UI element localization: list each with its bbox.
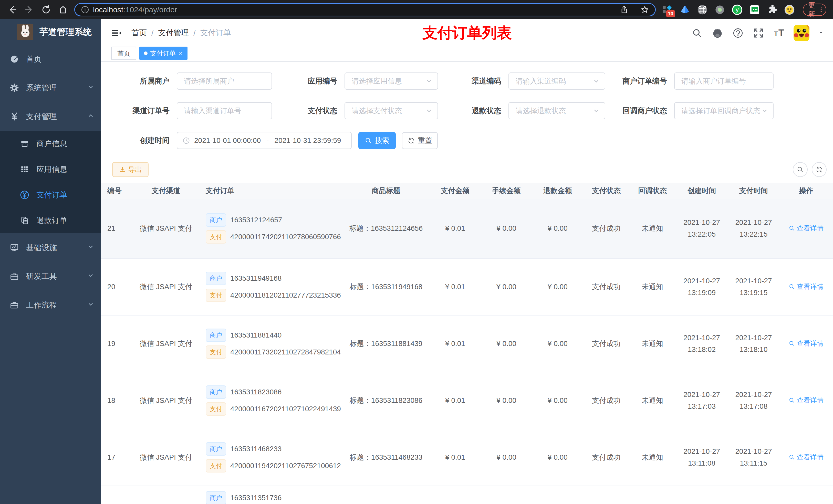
pay-status-select[interactable]: 请选择支付状态 — [344, 102, 438, 119]
chevron-down-icon — [593, 107, 600, 114]
channel-order-no-input[interactable] — [177, 102, 272, 119]
search-button[interactable]: 搜索 — [358, 132, 396, 149]
help-icon[interactable] — [732, 27, 744, 39]
ext-puzzle-icon[interactable] — [766, 4, 778, 15]
extensions-area: 10 y 更新 — [662, 4, 826, 16]
app-select[interactable]: 请选择应用信息 — [344, 72, 438, 90]
url-text: localhost:1024/pay/order — [93, 5, 177, 14]
fullscreen-icon[interactable] — [753, 27, 764, 39]
merchant-label: 所属商户 — [101, 76, 177, 86]
channel-code-label: 渠道编码 — [438, 76, 508, 86]
sidebar-item-workflow[interactable]: 工作流程 — [0, 291, 101, 319]
reset-button[interactable]: 重置 — [402, 132, 438, 149]
sidebar-item-label: 应用信息 — [37, 164, 67, 175]
date-range-input[interactable]: 2021-10-01 00:00:00 - 2021-10-31 23:59:5… — [177, 132, 352, 149]
sidebar-item-system[interactable]: 系统管理 — [0, 73, 101, 102]
table-search-button[interactable] — [793, 162, 808, 177]
view-detail-link[interactable]: 查看详情 — [789, 224, 824, 233]
ext-record-icon[interactable] — [714, 4, 725, 15]
ext-command-icon[interactable] — [697, 4, 708, 15]
view-detail-link[interactable]: 查看详情 — [789, 396, 824, 405]
sidebar-item-label: 商户信息 — [37, 139, 67, 149]
forward-icon[interactable] — [24, 4, 35, 15]
table-header-row: 编号 支付渠道 支付订单 商品标题 支付金额 手续金额 退款金额 支付状态 回调… — [101, 183, 833, 199]
table-row: 19 微信 JSAPI 支付 商户1635311881440 支付4200001… — [101, 315, 833, 373]
search-icon[interactable] — [691, 27, 703, 39]
sidebar-item-label: 首页 — [26, 54, 42, 65]
ext-diamond-icon[interactable]: 10 — [662, 4, 673, 15]
ext-kite-icon[interactable] — [679, 4, 691, 15]
view-detail-link[interactable]: 查看详情 — [789, 453, 824, 462]
tab-home[interactable]: 首页 — [111, 47, 136, 60]
clock-icon — [182, 137, 190, 144]
sidebar-item-label: 支付订单 — [37, 190, 67, 200]
site-info-icon[interactable] — [81, 5, 89, 14]
ext-chat-icon[interactable] — [749, 4, 760, 15]
table-refresh-button[interactable] — [812, 162, 827, 177]
home-icon[interactable] — [57, 4, 69, 15]
grid-icon — [20, 164, 30, 174]
merchant-input[interactable] — [177, 72, 272, 90]
sidebar-item-pay[interactable]: 支付管理 — [0, 102, 101, 131]
merchant-tag: 商户 — [206, 442, 226, 456]
sidebar-item-home[interactable]: 首页 — [0, 45, 101, 73]
breadcrumb-current: 支付订单 — [200, 28, 231, 38]
tab-pay-order[interactable]: 支付订单 — [139, 47, 188, 60]
channel-order-no-label: 渠道订单号 — [101, 106, 177, 116]
pay-submenu: 商户信息 应用信息 支付订单 退款订单 — [0, 131, 101, 233]
document-icon — [20, 215, 30, 225]
app-title: 芋道管理系统 — [40, 26, 92, 38]
sidebar-item-merchant-info[interactable]: 商户信息 — [0, 131, 101, 157]
font-size-icon[interactable]: TT — [773, 27, 785, 39]
pay-circle-icon — [20, 190, 30, 200]
chevron-down-icon — [87, 243, 94, 252]
kebab-menu-icon — [820, 6, 822, 14]
sidebar-item-label: 研发工具 — [26, 271, 57, 282]
reload-icon[interactable] — [41, 4, 52, 15]
update-button[interactable]: 更新 — [803, 4, 826, 16]
dashboard-icon — [9, 54, 20, 64]
monitor-icon — [9, 242, 20, 253]
url-bar[interactable]: localhost:1024/pay/order — [74, 3, 656, 16]
chevron-down-icon — [426, 78, 432, 85]
table-row: 18 微信 JSAPI 支付 商户1635311823086 支付4200001… — [101, 373, 833, 429]
merchant-order-no-input[interactable] — [674, 72, 774, 90]
export-button[interactable]: 导出 — [112, 162, 148, 177]
view-detail-link[interactable]: 查看详情 — [789, 339, 824, 348]
channel-code-select[interactable]: 请输入渠道编码 — [508, 72, 605, 90]
chevron-down-icon — [761, 107, 768, 114]
merchant-tag: 商户 — [206, 491, 226, 504]
sidebar-item-dev-tools[interactable]: 研发工具 — [0, 262, 101, 291]
caret-down-icon[interactable] — [818, 30, 824, 37]
sidebar-item-app-info[interactable]: 应用信息 — [0, 157, 101, 182]
ext-emoji-icon[interactable] — [784, 4, 795, 15]
github-icon[interactable] — [712, 27, 723, 39]
collapse-sidebar-icon[interactable] — [111, 27, 122, 39]
active-tab-dot — [144, 51, 147, 55]
breadcrumb-home[interactable]: 首页 — [132, 28, 147, 38]
share-icon[interactable] — [620, 5, 629, 14]
breadcrumb-pay-manage[interactable]: 支付管理 — [158, 28, 189, 38]
chevron-down-icon — [87, 272, 94, 281]
yen-icon — [9, 112, 20, 122]
bookmark-star-icon[interactable] — [640, 5, 649, 14]
page-title: 支付订单列表 — [423, 23, 512, 43]
sidebar-item-pay-order[interactable]: 支付订单 — [0, 182, 101, 208]
sidebar-item-infra[interactable]: 基础设施 — [0, 233, 101, 262]
view-detail-link[interactable]: 查看详情 — [789, 282, 824, 291]
back-icon[interactable] — [7, 4, 18, 15]
tab-close-icon[interactable] — [178, 51, 183, 55]
ext-y-icon[interactable]: y — [732, 4, 743, 15]
refund-status-select[interactable]: 请选择退款状态 — [508, 102, 605, 119]
ext-badge: 10 — [666, 10, 675, 17]
table-row: 17 微信 JSAPI 支付 商户1635311468233 支付4200001… — [101, 429, 833, 486]
refresh-icon — [815, 166, 823, 173]
sidebar-item-refund-order[interactable]: 退款订单 — [0, 208, 101, 233]
notify-status-label: 回调商户状态 — [605, 106, 674, 116]
avatar[interactable] — [793, 25, 809, 41]
browser-chrome: localhost:1024/pay/order 10 y — [0, 0, 833, 19]
app-logo-row[interactable]: 芋道管理系统 — [0, 19, 101, 45]
notify-status-select[interactable]: 请选择订单回调商户状态 — [674, 102, 774, 119]
sidebar-item-label: 退款订单 — [37, 215, 67, 226]
pay-tag: 支付 — [206, 402, 226, 416]
